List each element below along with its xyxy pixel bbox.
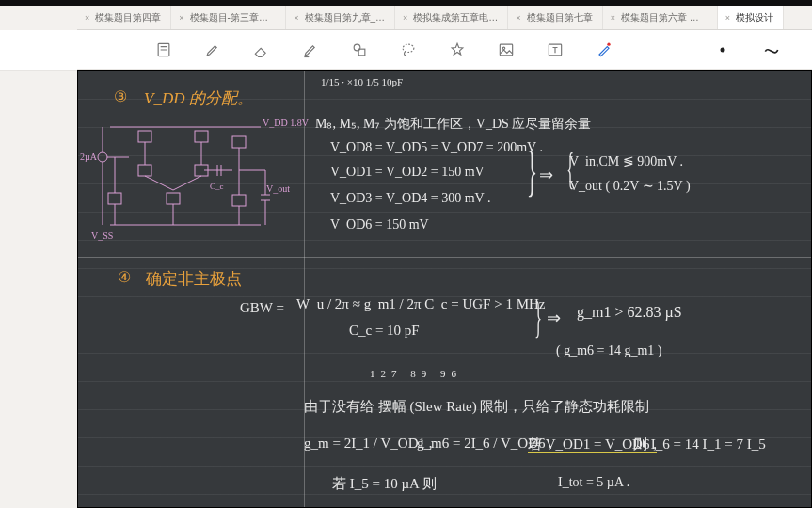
svg-point-7 — [607, 42, 610, 45]
toolbar — [0, 30, 812, 70]
pen-icon[interactable] — [199, 37, 226, 63]
left-gutter — [0, 6, 77, 508]
vertical-divider — [304, 71, 305, 507]
tab-0[interactable]: × 模集题目第四章 — [77, 6, 171, 29]
note-canvas[interactable]: ③ V_DD 的分配。 V_DD 1.8V 2µA V_SS — [77, 70, 812, 508]
tab-1[interactable]: × 模集题目-第三章单… — [171, 6, 286, 29]
svg-rect-4 — [500, 44, 512, 56]
tab-label: 模集题目第九章_… — [305, 11, 386, 24]
lasso-icon[interactable] — [395, 37, 422, 63]
svg-point-3 — [403, 44, 414, 52]
close-icon[interactable]: × — [403, 13, 407, 23]
tab-4[interactable]: × 模集题目第七章 — [508, 6, 602, 29]
close-icon[interactable]: × — [725, 13, 730, 23]
svg-point-8 — [721, 47, 725, 52]
circuit-sketch — [91, 119, 279, 232]
tab-label: 模集题目第六章 频… — [621, 11, 708, 24]
tab-2[interactable]: × 模集题目第九章_… — [286, 6, 395, 29]
svg-rect-28 — [232, 136, 246, 148]
text-icon[interactable] — [542, 37, 568, 63]
tab-strip: × 模集题目第四章 × 模集题目-第三章单… × 模集题目第九章_… × 模拟集… — [0, 6, 812, 30]
shape-icon[interactable] — [346, 37, 373, 63]
svg-line-18 — [173, 176, 201, 190]
svg-rect-15 — [138, 165, 151, 176]
tab-label: 模集题目第四章 — [95, 11, 161, 24]
tab-6[interactable]: × 模拟设计 — [718, 6, 784, 29]
close-icon[interactable]: × — [85, 13, 89, 23]
close-icon[interactable]: × — [516, 13, 520, 23]
color-dot-icon[interactable] — [709, 37, 736, 63]
stroke-preview-icon[interactable] — [758, 37, 785, 63]
close-icon[interactable]: × — [611, 13, 615, 23]
svg-rect-12 — [195, 131, 208, 142]
tab-5[interactable]: × 模集题目第六章 频… — [603, 6, 718, 29]
close-icon[interactable]: × — [294, 13, 298, 23]
svg-rect-19 — [167, 193, 180, 204]
highlighter-icon[interactable] — [297, 37, 324, 63]
svg-point-1 — [354, 44, 360, 51]
close-icon[interactable]: × — [179, 13, 183, 23]
tab-label: 模集题目第七章 — [527, 11, 593, 24]
eraser-icon[interactable] — [248, 37, 275, 63]
svg-rect-11 — [138, 131, 151, 142]
svg-rect-30 — [232, 195, 246, 206]
svg-rect-24 — [108, 193, 121, 204]
page-icon[interactable] — [151, 37, 177, 63]
tab-label: 模拟集成第五章电… — [413, 11, 498, 24]
tab-3[interactable]: × 模拟集成第五章电… — [395, 6, 508, 29]
horizontal-divider — [78, 257, 811, 258]
svg-line-17 — [145, 176, 173, 190]
image-icon[interactable] — [493, 37, 519, 63]
svg-point-21 — [98, 152, 107, 162]
tab-label: 模拟设计 — [736, 11, 773, 24]
tab-label: 模集题目-第三章单… — [190, 11, 277, 24]
magic-icon[interactable] — [591, 37, 617, 63]
star-icon[interactable] — [444, 37, 470, 63]
